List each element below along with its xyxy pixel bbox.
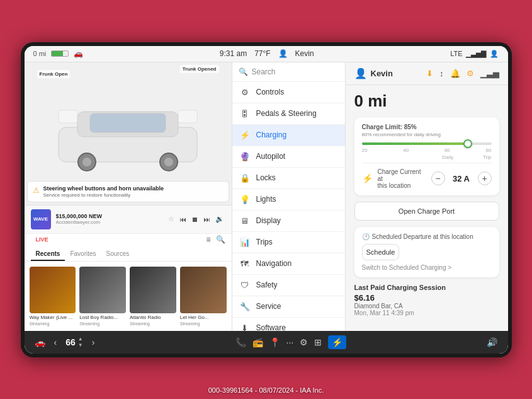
menu-item-display[interactable]: 🖥 Display bbox=[232, 211, 345, 232]
app-icon[interactable]: ⚙ bbox=[300, 337, 308, 347]
speed-value: 66 bbox=[65, 337, 76, 347]
switch-charging-link[interactable]: Switch to Scheduled Charging > bbox=[362, 264, 492, 271]
equalizer-icon[interactable]: ≡ bbox=[206, 235, 210, 244]
signal-icon: LTE bbox=[450, 50, 462, 57]
charge-rec: 80% recommended for daily driving bbox=[362, 132, 492, 137]
media-player: WAVE $15,000,000 NEW Accidentlawyer.com … bbox=[25, 205, 232, 234]
clock-icon: 🕐 bbox=[362, 233, 370, 240]
locks-icon: 🔒 bbox=[240, 173, 250, 183]
favorite-button[interactable]: ☆ bbox=[167, 214, 176, 224]
media-controls[interactable]: ☆ ⏮ ⏹ ⏭ 🔉 bbox=[167, 214, 225, 224]
tab-favorites[interactable]: Favorites bbox=[65, 248, 101, 261]
caption: 000-39961564 - 08/07/2024 - IAA Inc. bbox=[0, 386, 532, 394]
charge-limit-label: Charge Limit: 85% bbox=[362, 124, 492, 130]
list-item[interactable]: Let Her Go... Streaming bbox=[180, 267, 227, 326]
open-charge-port-button[interactable]: Open Charge Port bbox=[354, 202, 499, 221]
taskbar: 🚗 ‹ 66 ▲ ▼ › 📞 📻 📍 ··· bbox=[25, 331, 508, 354]
charge-stepper[interactable]: − 32 A + bbox=[431, 171, 492, 185]
location-icon[interactable]: 📍 bbox=[269, 337, 280, 347]
menu-item-trips[interactable]: 📊 Trips bbox=[232, 232, 345, 253]
menu-item-autopilot[interactable]: 🔮 Autopilot bbox=[232, 146, 345, 168]
right-content: 0 mi Charge Limit: 85% 80% recommended f… bbox=[346, 85, 508, 323]
search-label[interactable]: Search bbox=[252, 67, 276, 76]
last-charge-location: Diamond Bar, CA bbox=[354, 303, 499, 309]
settings-icon[interactable]: ⚙ bbox=[467, 69, 474, 78]
menu-label-safety: Safety bbox=[256, 280, 278, 289]
menu-label-locks: Locks bbox=[256, 173, 276, 182]
radio-icon[interactable]: 📻 bbox=[252, 337, 263, 347]
status-time: 9:31 am bbox=[220, 49, 247, 58]
list-item[interactable]: Atlantis Radio Streaming bbox=[130, 267, 176, 326]
search-media-icon[interactable]: 🔍 bbox=[216, 235, 225, 244]
menu-item-pedals[interactable]: 🎛 Pedals & Steering bbox=[232, 103, 345, 125]
sort-icon[interactable]: ↕ bbox=[439, 69, 444, 78]
menu-item-locks[interactable]: 🔒 Locks bbox=[232, 168, 345, 189]
tab-recents[interactable]: Recents bbox=[31, 248, 65, 261]
prev-button[interactable]: ⏮ bbox=[178, 214, 188, 224]
charge-current-label: Charge Current atthis location bbox=[378, 168, 426, 189]
tab-sources[interactable]: Sources bbox=[101, 248, 135, 261]
menu-label-pedals: Pedals & Steering bbox=[256, 109, 317, 118]
grid-icon[interactable]: ⊞ bbox=[314, 337, 322, 347]
right-panel: 👤 Kevin ⬇ ↕ 🔔 ⚙ ▁▃▅ 0 mi bbox=[346, 62, 508, 331]
media-subtitle: Accidentlawyer.com bbox=[56, 219, 162, 225]
forward-taskbar-icon[interactable]: › bbox=[92, 337, 95, 347]
status-user: Kevin bbox=[295, 49, 314, 58]
phone-icon[interactable]: 📞 bbox=[235, 337, 246, 347]
service-icon: 🔧 bbox=[240, 302, 250, 311]
software-icon: ⬇ bbox=[240, 323, 250, 331]
car-taskbar-icon[interactable]: 🚗 bbox=[35, 337, 45, 347]
menu-label-charging: Charging bbox=[256, 130, 287, 139]
search-row[interactable]: 🔍 Search bbox=[232, 62, 345, 82]
mileage-display: 0 mi bbox=[354, 91, 499, 111]
user-icon: 👤 bbox=[278, 49, 288, 58]
warning-title: Steering wheel buttons and horn unavaila… bbox=[43, 185, 164, 192]
navigation-icon: 🗺 bbox=[240, 259, 250, 269]
increase-current-button[interactable]: + bbox=[478, 171, 492, 185]
status-temp: 77°F bbox=[254, 49, 270, 58]
media-grid: Way Maker (Live ... Streaming Lost Boy R… bbox=[25, 262, 232, 331]
stop-button[interactable]: ⏹ bbox=[190, 214, 200, 224]
svg-point-6 bbox=[164, 158, 173, 166]
more-icon[interactable]: ··· bbox=[286, 337, 294, 347]
download-icon[interactable]: ⬇ bbox=[426, 69, 433, 78]
back-taskbar-icon[interactable]: ‹ bbox=[54, 337, 57, 347]
menu-item-charging[interactable]: ⚡ Charging bbox=[232, 125, 345, 146]
live-label: LIVE bbox=[31, 235, 54, 244]
signal-bars: ▁▃▅▇ bbox=[466, 50, 486, 58]
car-icon: 🚗 bbox=[74, 49, 83, 58]
bolt-icon: ⚡ bbox=[362, 173, 373, 183]
menu-item-safety[interactable]: 🛡 Safety bbox=[232, 275, 345, 296]
bell-icon[interactable]: 🔔 bbox=[450, 69, 460, 78]
bluetooth-button[interactable]: ⚡ bbox=[328, 335, 346, 349]
speed-up-arrow[interactable]: ▲ bbox=[78, 336, 83, 342]
display-icon: 🖥 bbox=[240, 216, 250, 226]
speed-down-arrow[interactable]: ▼ bbox=[78, 342, 83, 348]
user-icon-right: 👤 bbox=[354, 67, 367, 79]
media-tabs[interactable]: Recents Favorites Sources bbox=[25, 245, 232, 262]
menu-item-navigation[interactable]: 🗺 Navigation bbox=[232, 253, 345, 275]
media-section: WAVE $15,000,000 NEW Accidentlawyer.com … bbox=[25, 205, 232, 331]
list-item[interactable]: Lost Boy Radio... Streaming bbox=[79, 267, 126, 326]
decrease-current-button[interactable]: − bbox=[431, 171, 445, 185]
schedule-button[interactable]: Schedule bbox=[362, 244, 400, 260]
volume-taskbar-icon[interactable]: 🔊 bbox=[487, 337, 497, 347]
menu-item-lights[interactable]: 💡 Lights bbox=[232, 189, 345, 211]
last-charge-amount: $6.16 bbox=[354, 293, 499, 303]
menu-item-controls[interactable]: ⚙ Controls bbox=[232, 82, 345, 103]
menu-item-service[interactable]: 🔧 Service bbox=[232, 296, 345, 318]
media-thumbnail: WAVE bbox=[31, 209, 51, 229]
menu-label-trips: Trips bbox=[256, 238, 273, 246]
menu-item-software[interactable]: ⬇ Software bbox=[232, 318, 345, 331]
current-value: 32 A bbox=[449, 174, 474, 183]
speed-control[interactable]: 66 ▲ ▼ bbox=[65, 336, 83, 348]
volume-button[interactable]: 🔉 bbox=[214, 214, 225, 224]
svg-point-4 bbox=[82, 158, 91, 166]
charge-current-row: ⚡ Charge Current atthis location − 32 A … bbox=[362, 163, 492, 189]
list-item[interactable]: Way Maker (Live ... Streaming bbox=[30, 267, 76, 326]
pedals-icon: 🎛 bbox=[240, 109, 250, 119]
controls-icon: ⚙ bbox=[240, 88, 250, 97]
charge-slider[interactable]: 20 40 60 80 Daily Trip bbox=[362, 142, 492, 160]
next-button[interactable]: ⏭ bbox=[202, 214, 212, 224]
left-panel: Trunk Opened Frunk Open ⚠ Steering wheel… bbox=[25, 62, 232, 331]
